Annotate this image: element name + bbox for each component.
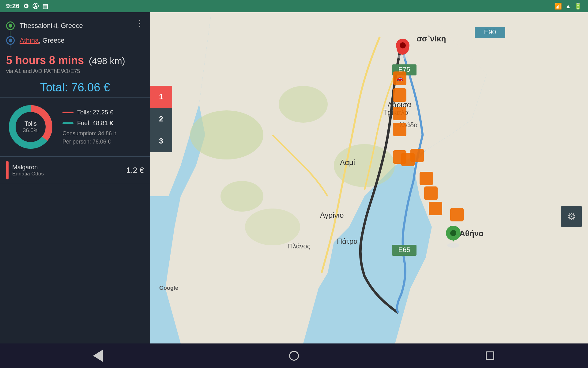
svg-text:E90: E90 [484, 28, 496, 36]
fuel-color-indicator [62, 122, 74, 124]
map-settings-button[interactable]: ⚙ [561, 206, 582, 227]
route-section: Thessaloniki, Greece Athina, Greece ⋮ [0, 12, 150, 51]
svg-rect-35 [410, 149, 424, 162]
chart-section: Tolls 36.0% Tolls: 27.25 € Fuel: 48.81 €… [0, 98, 150, 156]
more-options-button[interactable]: ⋮ [135, 19, 144, 28]
tolls-legend-label: Tolls: 27.25 € [77, 109, 113, 116]
svg-point-42 [450, 230, 456, 236]
signal-icon: ▲ [565, 3, 571, 10]
svg-point-43 [447, 243, 459, 248]
donut-title: Tolls [23, 120, 38, 127]
gear-icon: ⚙ [567, 211, 576, 222]
main-content: Thessaloniki, Greece Athina, Greece ⋮ 5 … [0, 12, 588, 343]
settings-status-icon: ⚙ [23, 2, 29, 10]
wifi-icon: 📶 [554, 2, 562, 10]
recents-icon [486, 351, 494, 360]
google-watermark: Google [159, 285, 178, 291]
toll-item-indicator [6, 161, 9, 179]
fuel-legend-label: Fuel: 48.81 € [77, 120, 113, 127]
route-tab-2[interactable]: 2 [150, 108, 172, 130]
route-tab-1[interactable]: 1 [150, 86, 172, 108]
back-button[interactable] [89, 348, 107, 363]
destination-text: Athina, Greece [20, 36, 65, 44]
svg-text:σσ`νίκη: σσ`νίκη [417, 34, 446, 43]
sim-status-icon: ▤ [42, 2, 48, 10]
svg-text:Πάτρα: Πάτρα [337, 237, 358, 245]
svg-text:Λαμί: Λαμί [340, 158, 355, 167]
duration-time: 5 hours 8 mins [6, 54, 84, 67]
svg-text:Αγρίνιο: Αγρίνιο [320, 211, 344, 219]
svg-rect-38 [429, 202, 442, 215]
navigation-bar [0, 343, 588, 368]
svg-point-45 [400, 42, 406, 48]
duration-section: 5 hours 8 mins (498 km) via A1 and A/D P… [0, 51, 150, 78]
toll-item-road: Egnatia Odos [12, 171, 123, 177]
fuel-legend-item: Fuel: 48.81 € [62, 120, 144, 127]
donut-label: Tolls 36.0% [23, 120, 38, 134]
route-connector-line [10, 31, 10, 48]
svg-text:E65: E65 [398, 246, 410, 254]
origin-text: Thessaloniki, Greece [20, 22, 83, 30]
destination-dot [6, 36, 15, 45]
time-display: 9:26 [6, 2, 20, 10]
svg-text:🚗: 🚗 [396, 75, 403, 82]
recents-button[interactable] [481, 348, 499, 363]
tolls-legend-item: Tolls: 27.25 € [62, 109, 144, 116]
svg-rect-39 [450, 208, 464, 221]
route-tab-3[interactable]: 3 [150, 130, 172, 152]
home-icon [289, 351, 299, 361]
toll-list-item[interactable]: Malgaron Egnatia Odos 1.2 € [0, 157, 150, 184]
back-icon [93, 350, 103, 362]
svg-rect-36 [420, 172, 433, 185]
toll-item-price: 1.2 € [126, 166, 144, 175]
per-person-row: Per person: 76.06 € [62, 139, 144, 145]
toll-item-name: Malgaron [12, 164, 123, 171]
total-section: Total: 76.06 € [0, 78, 150, 98]
destination-route-item: Athina, Greece [6, 33, 144, 48]
toll-item-info: Malgaron Egnatia Odos [12, 164, 123, 177]
svg-point-10 [221, 181, 263, 212]
status-bar: 9:26 ⚙ Ⓐ ▤ 📶 ▲ 🔋 [0, 0, 588, 12]
svg-point-46 [397, 55, 408, 59]
left-panel: Thessaloniki, Greece Athina, Greece ⋮ 5 … [0, 12, 150, 343]
destination-highlight: Athina [20, 36, 39, 44]
svg-point-6 [190, 110, 263, 159]
map-section[interactable]: E90 E75 E65 σσ`νίκη Τρίκαλα Ελλάδα Λάρισ… [150, 12, 588, 343]
svg-rect-32 [393, 123, 406, 136]
total-cost-label: Total: 76.06 € [6, 81, 144, 94]
svg-point-9 [245, 209, 300, 245]
battery-icon: 🔋 [574, 2, 582, 10]
duration-row: 5 hours 8 mins (498 km) [6, 54, 144, 67]
svg-text:Αθήνα: Αθήνα [459, 229, 484, 238]
svg-point-7 [279, 86, 328, 123]
route-tabs: 1 2 3 [150, 86, 172, 152]
donut-pct: 36.0% [23, 127, 38, 134]
distance-text: (498 km) [89, 56, 125, 66]
route-via-text: via A1 and A/D PAThE/A1/E75 [6, 68, 144, 76]
origin-dot [6, 21, 15, 30]
legend-section: Tolls: 27.25 € Fuel: 48.81 € Consumption… [62, 109, 144, 145]
a-status-icon: Ⓐ [32, 2, 39, 10]
donut-chart: Tolls 36.0% [6, 102, 55, 151]
home-button[interactable] [285, 348, 303, 363]
consumption-row: Consumption: 34.86 lt [62, 130, 144, 137]
tolls-color-indicator [62, 112, 74, 113]
toll-list: Malgaron Egnatia Odos 1.2 € [0, 156, 150, 343]
origin-route-item: Thessaloniki, Greece [6, 18, 144, 33]
svg-text:Πλάνος: Πλάνος [288, 242, 310, 250]
svg-rect-37 [424, 186, 438, 200]
svg-rect-30 [393, 88, 406, 102]
svg-rect-31 [393, 107, 406, 120]
